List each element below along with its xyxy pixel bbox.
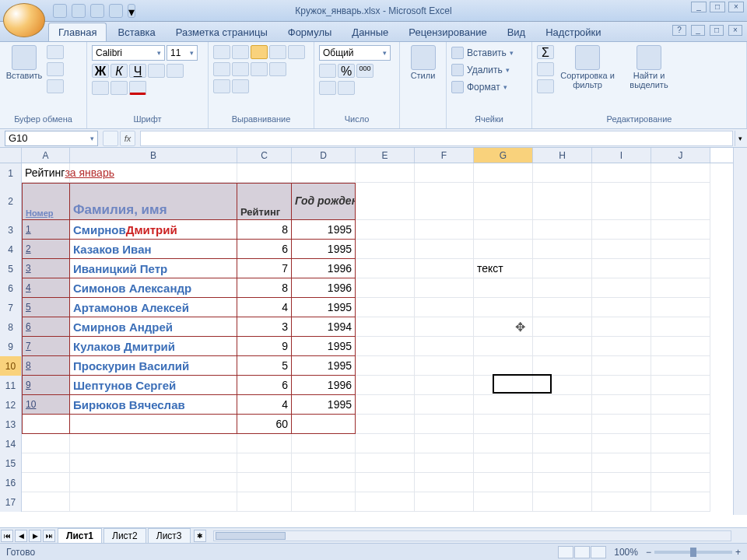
cell-c4[interactable]: 6: [237, 240, 292, 259]
cell-i7[interactable]: [592, 298, 651, 317]
delete-cells-button[interactable]: Удалить▾: [451, 62, 510, 78]
cell-c17[interactable]: [237, 492, 292, 512]
cell-e16[interactable]: [356, 473, 415, 492]
row-header-5[interactable]: 5: [0, 259, 22, 278]
minimize-button[interactable]: _: [691, 2, 707, 12]
cell-h5[interactable]: [533, 259, 592, 278]
cell-g9[interactable]: [474, 337, 533, 356]
cell-a15[interactable]: [22, 453, 70, 473]
cell-i17[interactable]: [592, 492, 651, 512]
cell-h6[interactable]: [533, 278, 592, 298]
col-header-g[interactable]: G: [474, 148, 533, 163]
font-color-icon[interactable]: [129, 81, 146, 95]
ribbon-minimize-button[interactable]: _: [691, 25, 705, 36]
cell-f9[interactable]: [415, 337, 474, 356]
cell-f13[interactable]: [415, 415, 474, 434]
cell-b14[interactable]: [70, 434, 237, 453]
format-painter-icon[interactable]: [47, 79, 64, 93]
cell-c15[interactable]: [237, 453, 292, 473]
cell-j14[interactable]: [651, 434, 710, 453]
sheet-next-icon[interactable]: ▶: [29, 530, 41, 542]
tab-data[interactable]: Данные: [342, 23, 398, 41]
col-header-j[interactable]: J: [651, 148, 710, 163]
tab-view[interactable]: Вид: [498, 23, 535, 41]
autosum-icon[interactable]: Σ: [537, 45, 554, 59]
cell-d13[interactable]: [292, 415, 356, 434]
cell-f8[interactable]: [415, 317, 474, 337]
cell-f3[interactable]: [415, 220, 474, 240]
cut-icon[interactable]: [47, 45, 64, 59]
cell-j12[interactable]: [651, 395, 710, 415]
increase-font-icon[interactable]: [148, 64, 165, 78]
cell-g8[interactable]: [474, 317, 533, 337]
undo-icon[interactable]: [53, 4, 67, 18]
col-header-f[interactable]: F: [415, 148, 474, 163]
zoom-slider[interactable]: [654, 551, 732, 554]
tab-formulas[interactable]: Формулы: [279, 23, 342, 41]
cell-b8[interactable]: Смирнов Андрей: [70, 317, 237, 337]
decrease-decimal-icon[interactable]: [338, 81, 355, 95]
cell-g7[interactable]: [474, 298, 533, 317]
cell-f15[interactable]: [415, 453, 474, 473]
cell-d10[interactable]: 1995: [292, 356, 356, 376]
bold-button[interactable]: Ж: [92, 64, 109, 78]
row-header-8[interactable]: 8: [0, 317, 22, 337]
zoom-thumb[interactable]: [690, 548, 696, 557]
formula-expand-icon[interactable]: ▾: [735, 131, 745, 146]
fill-color-icon[interactable]: [110, 81, 128, 95]
office-button[interactable]: [3, 3, 45, 37]
cell-a11[interactable]: 9: [22, 376, 70, 395]
cell-i14[interactable]: [592, 434, 651, 453]
cell-b10[interactable]: Проскурин Василий: [70, 356, 237, 376]
cell-e10[interactable]: [356, 356, 415, 376]
hscroll-thumb[interactable]: [216, 532, 286, 540]
cell-b3[interactable]: Смирнов Дмитрий: [70, 220, 237, 240]
row-header-14[interactable]: 14: [0, 434, 22, 453]
cell-e4[interactable]: [356, 240, 415, 259]
cell-e2[interactable]: [356, 183, 415, 220]
cell-c10[interactable]: 5: [237, 356, 292, 376]
increase-decimal-icon[interactable]: [319, 81, 336, 95]
align-left-icon[interactable]: [213, 62, 230, 76]
cell-d1[interactable]: [292, 163, 356, 183]
cell-g17[interactable]: [474, 492, 533, 512]
save-icon[interactable]: [90, 4, 104, 18]
cell-a8[interactable]: 6: [22, 317, 70, 337]
cell-b13[interactable]: [70, 415, 237, 434]
tab-review[interactable]: Рецензирование: [399, 23, 496, 41]
cell-g12[interactable]: [474, 395, 533, 415]
cell-h14[interactable]: [533, 434, 592, 453]
cell-g1[interactable]: [474, 163, 533, 183]
cell-i9[interactable]: [592, 337, 651, 356]
cell-e17[interactable]: [356, 492, 415, 512]
cell-i1[interactable]: [592, 163, 651, 183]
cell-a14[interactable]: [22, 434, 70, 453]
new-sheet-icon[interactable]: ✱: [194, 530, 206, 542]
cell-g13[interactable]: [474, 415, 533, 434]
cell-d14[interactable]: [292, 434, 356, 453]
cell-c14[interactable]: [237, 434, 292, 453]
vertical-scrollbar[interactable]: [733, 148, 747, 515]
cell-h11[interactable]: [533, 376, 592, 395]
cell-g5[interactable]: текст: [474, 259, 533, 278]
cell-j4[interactable]: [651, 240, 710, 259]
cell-i16[interactable]: [592, 473, 651, 492]
formula-input[interactable]: [140, 131, 733, 146]
open-icon[interactable]: [109, 4, 123, 18]
cell-e8[interactable]: [356, 317, 415, 337]
cell-i12[interactable]: [592, 395, 651, 415]
decrease-font-icon[interactable]: [167, 64, 184, 78]
cell-a1[interactable]: Рейтинг за январь: [22, 163, 70, 183]
underline-button[interactable]: Ч: [129, 64, 146, 78]
cell-e5[interactable]: [356, 259, 415, 278]
font-name-combo[interactable]: Calibri▾: [92, 45, 165, 61]
ribbon-close-button[interactable]: ×: [728, 25, 742, 36]
qat-more-icon[interactable]: ▾: [128, 4, 135, 18]
fill-icon[interactable]: [537, 62, 554, 76]
ribbon-help-icon[interactable]: ?: [672, 25, 686, 36]
cell-c3[interactable]: 8: [237, 220, 292, 240]
cell-f11[interactable]: [415, 376, 474, 395]
percent-icon[interactable]: %: [338, 64, 355, 78]
cell-e3[interactable]: [356, 220, 415, 240]
cell-d5[interactable]: 1996: [292, 259, 356, 278]
